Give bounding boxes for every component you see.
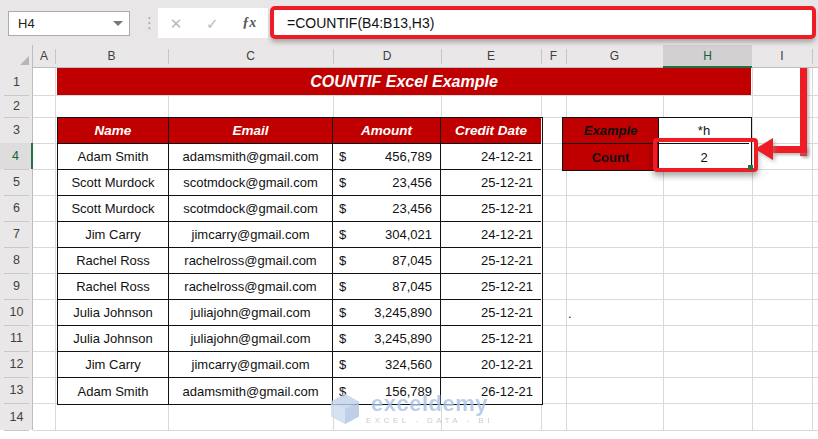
currency-symbol: $ <box>333 149 346 164</box>
cell-credit-date[interactable]: 24-12-21 <box>441 144 541 170</box>
cell-name[interactable]: Julia Johnson <box>58 326 169 352</box>
cell-email[interactable]: rachelross@gmail.com <box>169 274 333 300</box>
row-header-11[interactable]: 11 <box>0 325 33 351</box>
table-row: Julia Johnson juliajohn@gmail.com $3,245… <box>58 326 542 352</box>
cell-email[interactable]: juliajohn@gmail.com <box>169 326 333 352</box>
col-header-f[interactable]: F <box>541 45 566 68</box>
table-row: Scott Murdock scotmdock@gmail.com $23,45… <box>58 170 542 196</box>
cell-email[interactable]: scotmdock@gmail.com <box>169 170 333 196</box>
title-banner-cell[interactable]: COUNTIF Excel Example <box>57 68 751 95</box>
currency-symbol: $ <box>333 175 346 190</box>
header-credit-date[interactable]: Credit Date <box>441 118 541 144</box>
name-box[interactable]: H4 <box>8 11 130 36</box>
row-header-14[interactable]: 14 <box>0 403 33 430</box>
cell-name[interactable]: Jim Carry <box>58 352 169 378</box>
cell-credit-date[interactable]: 25-12-21 <box>441 170 541 196</box>
result-highlight-box <box>653 138 758 172</box>
count-label-cell[interactable]: Count <box>563 144 659 170</box>
col-header-e[interactable]: E <box>441 45 541 68</box>
row-header-3[interactable]: 3 <box>0 117 33 143</box>
exceldemy-cube-logo-icon <box>330 393 360 425</box>
header-email[interactable]: Email <box>169 118 333 144</box>
cell-name[interactable]: Rachel Ross <box>58 274 169 300</box>
cancel-icon[interactable]: ✕ <box>170 16 183 31</box>
cell-amount[interactable]: $87,045 <box>333 248 441 274</box>
enter-check-icon[interactable]: ✓ <box>206 16 219 31</box>
cell-email[interactable]: jimcarry@gmail.com <box>169 222 333 248</box>
cell-amount[interactable]: $3,245,890 <box>333 300 441 326</box>
cell-credit-date[interactable]: 25-12-21 <box>441 326 541 352</box>
callout-arrow-head-icon <box>755 138 773 160</box>
cell-credit-date[interactable]: 25-12-21 <box>441 274 541 300</box>
cell-email[interactable]: rachelross@gmail.com <box>169 248 333 274</box>
cell-credit-date[interactable]: 25-12-21 <box>441 196 541 222</box>
cell-name[interactable]: Jim Carry <box>58 222 169 248</box>
cell-email[interactable]: adamsmith@gmail.com <box>169 378 333 404</box>
cell-amount[interactable]: $324,560 <box>333 352 441 378</box>
table-row: Julia Johnson juliajohn@gmail.com $3,245… <box>58 300 542 326</box>
currency-symbol: $ <box>333 357 346 372</box>
cell-name[interactable]: Adam Smith <box>58 378 169 404</box>
row-header-9[interactable]: 9 <box>0 273 33 299</box>
cell-name[interactable]: Scott Murdock <box>58 196 169 222</box>
row-header-7[interactable]: 7 <box>0 221 33 247</box>
cell-email[interactable]: jimcarry@gmail.com <box>169 352 333 378</box>
formula-bar-highlighted[interactable]: =COUNTIF(B4:B13,H3) <box>270 6 816 39</box>
col-header-c[interactable]: C <box>168 45 333 68</box>
formula-buttons: ✕ ✓ ƒx <box>158 8 268 38</box>
cell-name[interactable]: Rachel Ross <box>58 248 169 274</box>
cell-name[interactable]: Adam Smith <box>58 144 169 170</box>
cell-credit-date[interactable]: 20-12-21 <box>441 352 541 378</box>
cell-amount[interactable]: $456,789 <box>333 144 441 170</box>
currency-symbol: $ <box>333 331 346 346</box>
cell-name[interactable]: Scott Murdock <box>58 170 169 196</box>
currency-symbol: $ <box>333 253 346 268</box>
select-all-corner[interactable] <box>0 45 33 68</box>
row-header-13[interactable]: 13 <box>0 377 33 403</box>
watermark-brand: exceldemy <box>371 393 488 415</box>
col-header-i[interactable]: I <box>752 45 812 68</box>
cell-amount[interactable]: $87,045 <box>333 274 441 300</box>
fill-handle[interactable] <box>748 165 753 170</box>
currency-symbol: $ <box>333 227 346 242</box>
table-row: Scott Murdock scotmdock@gmail.com $23,45… <box>58 196 542 222</box>
cell-amount[interactable]: $23,456 <box>333 196 441 222</box>
currency-symbol: $ <box>333 279 346 294</box>
row-header-10[interactable]: 10 <box>0 299 33 325</box>
chevron-down-icon[interactable] <box>113 21 123 26</box>
col-header-g[interactable]: G <box>566 45 663 68</box>
col-header-h-selected[interactable]: H <box>663 45 752 68</box>
row-header-5[interactable]: 5 <box>0 169 33 195</box>
example-label-cell[interactable]: Example <box>563 118 659 144</box>
cell-credit-date[interactable]: 25-12-21 <box>441 300 541 326</box>
cell-amount[interactable]: $23,456 <box>333 170 441 196</box>
cell-amount[interactable]: $304,021 <box>333 222 441 248</box>
col-header-d[interactable]: D <box>333 45 441 68</box>
cell-credit-date[interactable]: 24-12-21 <box>441 222 541 248</box>
watermark-tagline: EXCEL - DATA - BI <box>366 416 493 425</box>
col-header-a[interactable]: A <box>33 45 55 68</box>
name-box-value: H4 <box>18 16 35 31</box>
header-amount[interactable]: Amount <box>333 118 441 144</box>
cell-name[interactable]: Julia Johnson <box>58 300 169 326</box>
cell-amount[interactable]: $3,245,890 <box>333 326 441 352</box>
table-row: Rachel Ross rachelross@gmail.com $87,045… <box>58 274 542 300</box>
cell-g10-dot[interactable]: . <box>566 299 663 325</box>
insert-function-fx-icon[interactable]: ƒx <box>242 15 256 31</box>
row-header-6[interactable]: 6 <box>0 195 33 221</box>
row-header-8[interactable]: 8 <box>0 247 33 273</box>
toolbar-separator-dots-icon: ⋮ <box>142 12 152 34</box>
col-header-b[interactable]: B <box>55 45 168 68</box>
cell-email[interactable]: scotmdock@gmail.com <box>169 196 333 222</box>
row-header-12[interactable]: 12 <box>0 351 33 377</box>
row-header-1[interactable]: 1 <box>0 68 33 95</box>
cell-email[interactable]: adamsmith@gmail.com <box>169 144 333 170</box>
header-name[interactable]: Name <box>58 118 169 144</box>
page-title: COUNTIF Excel Example <box>310 73 498 91</box>
row-header-2[interactable]: 2 <box>0 95 33 117</box>
cell-credit-date[interactable]: 25-12-21 <box>441 248 541 274</box>
row-header-4-selected[interactable]: 4 <box>0 143 33 169</box>
table-row: Jim Carry jimcarry@gmail.com $304,021 24… <box>58 222 542 248</box>
cell-email[interactable]: juliajohn@gmail.com <box>169 300 333 326</box>
excel-window: H4 ⋮ ✕ ✓ ƒx =COUNTIF(B4:B13,H3) A B C D … <box>0 0 818 439</box>
